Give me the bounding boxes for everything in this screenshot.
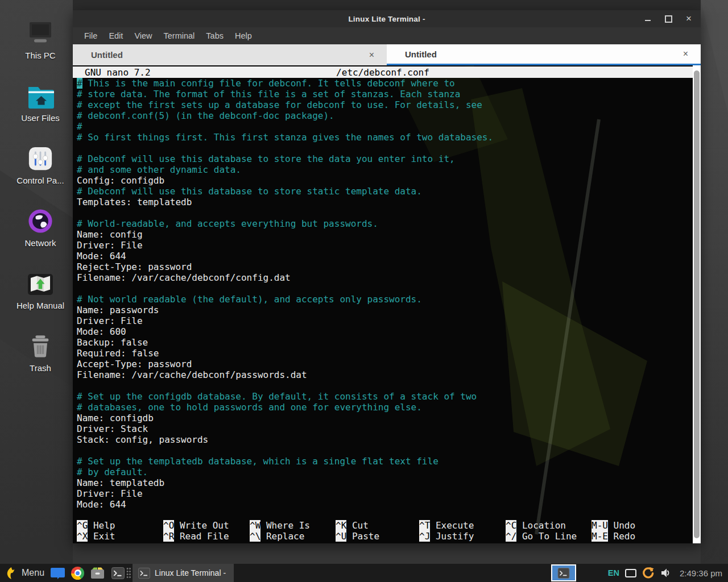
desktop-icon-label: Trash	[30, 363, 51, 373]
taskbar-clock[interactable]: 2:49:36 pm	[680, 568, 722, 578]
update-manager-icon[interactable]	[642, 567, 655, 580]
system-tray: EN 2:49:36 pm	[551, 564, 725, 581]
terminal-line: # World-readable, and accepts everything…	[77, 218, 693, 229]
terminal-line: # Set up the configdb database. By defau…	[77, 391, 693, 402]
shortcut-label: Location	[522, 520, 566, 531]
menu-file[interactable]: File	[78, 27, 103, 44]
chrome-icon[interactable]	[71, 567, 84, 580]
wallpaper-facet	[0, 0, 728, 10]
terminal-line: # This is the main config file for debco…	[77, 78, 693, 89]
menu-help[interactable]: Help	[229, 27, 258, 44]
desktop-icon-label: This PC	[25, 51, 55, 60]
terminal-line: Backup: false	[77, 337, 693, 348]
terminal-blank-line	[77, 283, 693, 294]
terminal-line: # Debconf will use this database to stor…	[77, 186, 693, 197]
maximize-icon[interactable]	[662, 13, 675, 25]
terminal-line: Accept-Type: password	[77, 359, 693, 369]
terminal-view[interactable]: GNU nano 7.2 /etc/debconf.conf # This is…	[73, 65, 693, 543]
desktop-icon-label: User Files	[21, 113, 60, 123]
tab-2-active[interactable]: Untitled×	[387, 44, 701, 65]
nano-shortcut-columns: ^G Help^X Exit^O Write Out^R Read File^W…	[77, 520, 693, 542]
terminal-line: Driver: File	[77, 315, 693, 326]
shortcut-key: ^C	[506, 520, 516, 531]
desktop-icon-this-pc[interactable]: This PC	[3, 18, 77, 60]
shortcut-label: Undo	[614, 520, 636, 531]
menu-terminal[interactable]: Terminal	[158, 27, 201, 44]
desktop-icon-label: Help Manual	[16, 301, 64, 310]
taskbar-task-button[interactable]: Linux Lite Terminal -	[133, 564, 234, 582]
taskbar-grip-handle[interactable]	[126, 567, 131, 579]
terminal-blank-line	[77, 445, 693, 456]
tab-close-icon[interactable]: ×	[683, 49, 688, 59]
menu-button-label: Menu	[22, 568, 44, 578]
shortcut-label: Execute	[436, 520, 474, 531]
shortcut-column: ^W Where Is^\ Replace	[250, 520, 336, 542]
terminal-line: # databases, one to hold passwords and o…	[77, 402, 693, 413]
desktop-icon-control-pa[interactable]: Control Pa...	[3, 143, 77, 185]
desktop-icon-help-manual[interactable]: Help Manual	[3, 268, 77, 310]
tab-label: Untitled	[91, 50, 123, 60]
desktop-icon-network[interactable]: Network	[3, 206, 77, 248]
shortcut-label: Go To Line	[522, 531, 577, 542]
close-icon[interactable]: ×	[682, 13, 695, 25]
shortcut-key: ^/	[506, 531, 516, 542]
taskbar: Menu Linux Lite Terminal - EN	[0, 564, 728, 582]
file-manager-icon[interactable]	[51, 566, 65, 580]
menu-edit[interactable]: Edit	[103, 27, 129, 44]
shortcut-redo: M-E Redo	[592, 531, 660, 542]
network-globe-icon	[27, 206, 54, 234]
nano-shortcut-bar: ^G Help^X Exit^O Write Out^R Read File^W…	[77, 520, 693, 542]
terminal-line: Mode: 644	[77, 251, 693, 261]
shortcut-key: ^W	[250, 520, 260, 531]
nano-cursor: #	[77, 78, 82, 89]
terminal-line: # Debconf will use this database to stor…	[77, 153, 693, 164]
shortcut-key: ^R	[163, 531, 174, 542]
keyboard-language-indicator[interactable]: EN	[608, 568, 619, 577]
window-controls: ×	[642, 10, 695, 27]
trash-icon	[27, 331, 53, 359]
shortcut-key: ^U	[336, 531, 346, 542]
shortcut-column: ^C Location^/ Go To Line	[506, 520, 592, 542]
shortcut-help: ^G Help	[77, 520, 163, 531]
menu-tabs[interactable]: Tabs	[200, 27, 229, 44]
desktop-icon-user-files[interactable]: User Files	[3, 81, 77, 123]
terminal-line: # by default.	[77, 467, 693, 477]
window-title: Linux Lite Terminal -	[73, 15, 701, 23]
terminal-line: # So first things first. This first stan…	[77, 132, 693, 143]
shortcut-label: Justify	[436, 531, 474, 542]
scrollbar-thumb[interactable]	[694, 70, 700, 538]
menu-button[interactable]: Menu	[3, 566, 44, 580]
shortcut-exit: ^X Exit	[77, 531, 163, 542]
terminal-launcher-icon[interactable]	[111, 566, 125, 580]
terminal-line: #	[77, 121, 693, 132]
volume-icon[interactable]	[660, 567, 671, 579]
shortcut-column: M-U UndoM-E Redo	[592, 520, 660, 542]
shortcut-label: Exit	[93, 531, 115, 542]
terminal-line: # Not world readable (the default), and …	[77, 294, 693, 305]
archive-manager-icon[interactable]	[90, 566, 105, 580]
tab-1[interactable]: Untitled×	[73, 44, 387, 65]
menu-view[interactable]: View	[129, 27, 158, 44]
shortcut-key: ^T	[419, 520, 430, 531]
shortcut-label: Redo	[614, 531, 636, 542]
folder-home-icon	[26, 81, 55, 109]
terminal-line: Reject-Type: password	[77, 261, 693, 272]
terminal-blank-line	[77, 143, 693, 153]
terminal-line: # and some other dynamic data.	[77, 164, 693, 175]
keyboard-layout-icon[interactable]	[625, 569, 636, 577]
terminal-tray-icon[interactable]	[551, 564, 576, 581]
shortcut-where-is: ^W Where Is	[250, 520, 336, 531]
tab-close-icon[interactable]: ×	[369, 50, 374, 60]
shortcut-paste: ^U Paste	[336, 531, 419, 542]
help-manual-icon	[27, 268, 54, 297]
terminal-line: Name: templatedb	[77, 477, 693, 488]
wallpaper-facet	[0, 541, 728, 564]
desktop-icon-trash[interactable]: Trash	[3, 331, 77, 373]
nano-header: GNU nano 7.2 /etc/debconf.conf	[73, 66, 693, 78]
minimize-icon[interactable]	[642, 13, 654, 25]
terminal-scrollbar[interactable]	[693, 65, 701, 543]
shortcut-label: Paste	[352, 531, 379, 542]
window-titlebar[interactable]: Linux Lite Terminal - ×	[73, 10, 701, 27]
terminal-line: Mode: 644	[77, 499, 693, 510]
shortcut-write-out: ^O Write Out	[163, 520, 250, 531]
